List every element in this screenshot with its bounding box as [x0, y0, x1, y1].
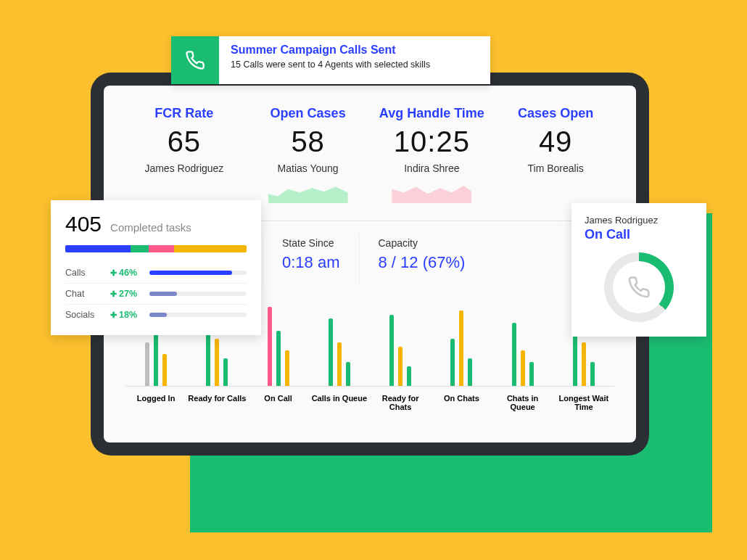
tasks-breakdown-list: Calls✚46%Chat✚27%Socials✚18% [65, 263, 247, 325]
phone-icon [171, 36, 219, 84]
bar [329, 318, 333, 386]
phone-icon [613, 261, 665, 313]
bar [223, 358, 228, 386]
stacked-segment [65, 245, 131, 252]
notification-title: Summer Campaign Calls Sent [231, 44, 430, 57]
kpi-value: 58 [249, 125, 367, 158]
completed-tasks-card[interactable]: 405 Completed tasks Calls✚46%Chat✚27%Soc… [51, 200, 261, 335]
task-row[interactable]: Calls✚46% [65, 263, 247, 283]
task-name: Calls [65, 268, 110, 278]
notification-subtitle: 15 Calls were sent to 4 Agents with sele… [231, 59, 430, 70]
kpi-row: FCR Rate 65 James Rodriguez Open Cases 5… [125, 106, 614, 203]
bar-label: Calls in Queue [309, 394, 370, 411]
status-gauge [604, 252, 674, 322]
notification-toast[interactable]: Summer Campaign Calls Sent 15 Calls were… [171, 36, 490, 84]
kpi-avg-handle-time[interactable]: Avg Handle Time 10:25 Indira Shree [374, 106, 491, 203]
bar-label: Ready for Chats [370, 394, 431, 411]
bar-label: Ready for Calls [186, 394, 247, 411]
bar [276, 331, 281, 386]
bar-label: Chats in Queue [492, 394, 553, 411]
sparkline-icon [392, 180, 471, 203]
sparkline-icon [268, 180, 348, 203]
bar-chart-labels: Logged InReady for CallsOn CallCalls in … [125, 394, 614, 411]
state-since-cell[interactable]: State Since 0:18 am [263, 234, 360, 285]
bar [285, 350, 289, 386]
kpi-owner: Indira Shree [374, 162, 491, 174]
bar [162, 354, 167, 386]
bar [337, 342, 342, 386]
bar [529, 362, 534, 386]
bar [389, 315, 394, 386]
capacity-cell[interactable]: Capacity 8 / 12 (67%) [360, 234, 484, 285]
bar [268, 307, 272, 386]
stacked-segment [149, 245, 174, 252]
kpi-title: Open Cases [249, 106, 367, 121]
kpi-title: Cases Open [497, 106, 614, 121]
stacked-segment [131, 245, 149, 252]
task-mini-bar [149, 292, 247, 296]
kpi-value: 10:25 [374, 125, 491, 158]
agent-status-card[interactable]: James Rodriguez On Call [571, 203, 706, 337]
task-mini-bar [149, 313, 247, 317]
kpi-owner: Matias Young [249, 162, 367, 174]
bar-group[interactable] [431, 307, 492, 386]
state-since-label: State Since [282, 237, 340, 249]
kpi-fcr-rate[interactable]: FCR Rate 65 James Rodriguez [125, 106, 243, 203]
stacked-segment [174, 245, 247, 252]
bar [398, 347, 403, 387]
tasks-count: 405 [65, 212, 102, 236]
task-name: Chat [65, 289, 110, 299]
bar [407, 366, 411, 386]
bar-group[interactable] [370, 307, 431, 386]
bar-label: Logged In [125, 394, 186, 411]
plus-icon: ✚ [110, 310, 117, 320]
bar-label: On Call [248, 394, 309, 411]
bar [468, 358, 472, 386]
agent-status: On Call [585, 227, 693, 242]
task-delta: ✚27% [110, 289, 145, 299]
plus-icon: ✚ [110, 268, 117, 278]
kpi-cases-open[interactable]: Cases Open 49 Tim Borealis [497, 106, 614, 203]
bar [215, 339, 219, 386]
kpi-open-cases[interactable]: Open Cases 58 Matias Young [249, 106, 367, 203]
bar [590, 362, 595, 386]
plus-icon: ✚ [110, 289, 117, 299]
tasks-stacked-bar [65, 245, 247, 252]
tasks-header: 405 Completed tasks [65, 212, 247, 236]
capacity-value: 8 / 12 (67%) [379, 253, 466, 272]
bar [512, 323, 516, 386]
bar-label: Longest Wait Time [553, 394, 614, 411]
capacity-label: Capacity [379, 237, 466, 249]
notification-body: Summer Campaign Calls Sent 15 Calls were… [219, 36, 442, 84]
tasks-label: Completed tasks [110, 221, 191, 234]
bar [459, 310, 463, 386]
kpi-owner: Tim Borealis [497, 162, 614, 174]
bar-group[interactable] [309, 307, 370, 386]
task-delta: ✚18% [110, 310, 145, 320]
bar-label: On Chats [431, 394, 492, 411]
kpi-value: 49 [497, 125, 614, 158]
bar [145, 342, 149, 386]
agent-name: James Rodriguez [585, 215, 693, 226]
bar-group[interactable] [492, 307, 553, 386]
kpi-title: FCR Rate [125, 106, 243, 121]
bar [521, 350, 525, 386]
bar [582, 342, 586, 386]
task-row[interactable]: Socials✚18% [65, 304, 247, 325]
bar [346, 362, 350, 386]
task-mini-bar [149, 271, 247, 275]
kpi-owner: James Rodriguez [125, 162, 243, 174]
state-since-value: 0:18 am [282, 253, 340, 272]
task-name: Socials [65, 310, 110, 320]
task-row[interactable]: Chat✚27% [65, 283, 247, 304]
bar [450, 339, 455, 386]
task-delta: ✚46% [110, 268, 145, 278]
kpi-title: Avg Handle Time [374, 106, 491, 121]
kpi-value: 65 [125, 125, 243, 158]
